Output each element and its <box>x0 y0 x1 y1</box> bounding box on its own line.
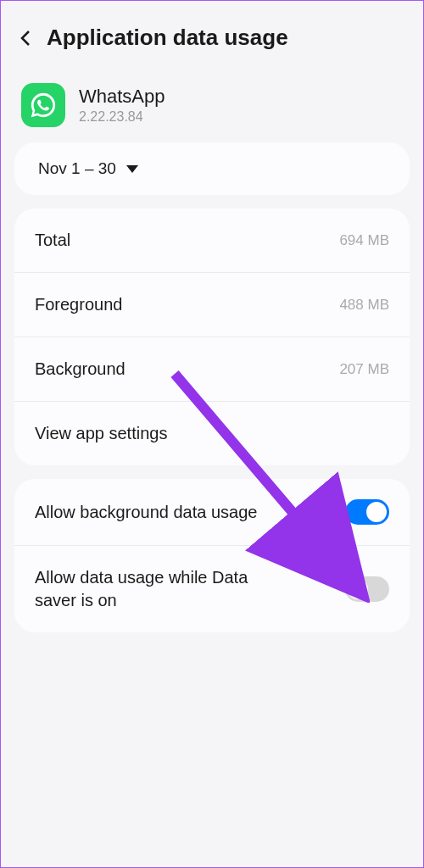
whatsapp-icon <box>21 83 65 127</box>
stat-row-foreground: Foreground 488 MB <box>14 273 410 337</box>
app-version: 2.22.23.84 <box>79 109 165 125</box>
back-button[interactable] <box>20 28 31 48</box>
stat-label: Background <box>35 359 126 379</box>
app-meta: WhatsApp 2.22.23.84 <box>79 86 165 125</box>
toggles-card: Allow background data usage Allow data u… <box>14 479 410 632</box>
allow-data-saver-toggle[interactable] <box>345 576 389 602</box>
toggle-row-background-data: Allow background data usage <box>14 479 410 546</box>
toggle-label: Allow background data usage <box>35 501 257 524</box>
date-range-selector[interactable]: Nov 1 – 30 <box>14 142 410 195</box>
date-range-label: Nov 1 – 30 <box>38 159 116 178</box>
date-range-card: Nov 1 – 30 <box>14 142 410 195</box>
app-name: WhatsApp <box>79 86 165 108</box>
toggle-label: Allow data usage while Data saver is on <box>35 566 289 612</box>
stat-row-background: Background 207 MB <box>14 337 410 402</box>
stat-label: Total <box>35 231 70 250</box>
view-app-settings-link[interactable]: View app settings <box>14 402 410 465</box>
stat-value: 488 MB <box>339 297 389 314</box>
stat-row-total: Total 694 MB <box>14 209 410 273</box>
page-header: Application data usage <box>14 18 410 71</box>
stat-label: Foreground <box>35 295 122 314</box>
toggle-row-data-saver: Allow data usage while Data saver is on <box>14 546 410 632</box>
page-title: Application data usage <box>47 25 288 51</box>
allow-background-data-toggle[interactable] <box>345 499 389 525</box>
stat-value: 207 MB <box>339 361 389 378</box>
stat-value: 694 MB <box>339 232 389 249</box>
app-info-section: WhatsApp 2.22.23.84 <box>14 71 410 142</box>
usage-stats-card: Total 694 MB Foreground 488 MB Backgroun… <box>14 209 410 465</box>
chevron-down-icon <box>126 165 138 173</box>
